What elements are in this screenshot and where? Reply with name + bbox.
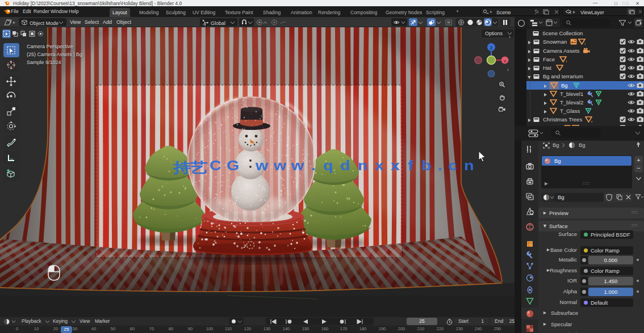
svg-text:z: z — [490, 45, 493, 50]
svg-text:x: x — [504, 58, 506, 64]
